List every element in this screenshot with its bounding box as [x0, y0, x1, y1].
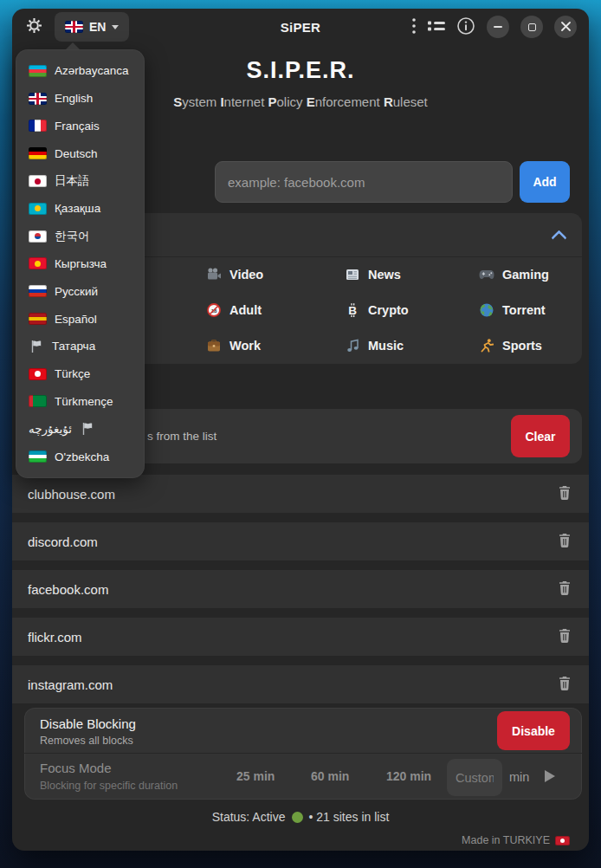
language-menu-item[interactable]: 한국어 — [16, 223, 145, 250]
category-button-crypto[interactable]: BCrypto — [345, 292, 462, 327]
language-menu-item[interactable]: 日本語 — [16, 167, 145, 195]
category-button-torrent[interactable]: Torrent — [479, 292, 582, 327]
category-label: Music — [368, 339, 404, 353]
gear-icon — [26, 17, 42, 36]
delete-site-button[interactable] — [556, 485, 573, 502]
language-label: ئۇيغۇرچە — [29, 422, 72, 436]
language-menu-item[interactable]: Татарча — [16, 333, 145, 360]
language-label: English — [55, 92, 93, 105]
focus-mode-subtitle: Blocking for specific duration — [40, 780, 178, 792]
category-button-video[interactable]: Video — [206, 256, 327, 292]
language-label: Français — [55, 120, 100, 133]
turkiye-flag-icon — [555, 836, 570, 845]
custom-duration-input[interactable] — [447, 759, 502, 796]
language-label: Azərbaycanca — [55, 64, 129, 77]
menu-button[interactable] — [411, 17, 417, 37]
clear-all-button[interactable]: Clear — [511, 415, 570, 457]
language-menu-item[interactable]: O'zbekcha — [16, 443, 145, 470]
trash-icon — [559, 629, 571, 645]
kebab-menu-icon — [411, 17, 417, 37]
site-domain: discord.com — [28, 522, 98, 560]
minimize-button[interactable] — [487, 16, 509, 38]
gamepad-icon — [479, 269, 494, 280]
music-note-icon — [345, 339, 360, 353]
disable-blocking-subtitle: Removes all blocks — [40, 735, 133, 747]
site-row: discord.com — [12, 522, 589, 560]
maximize-button[interactable] — [520, 16, 543, 38]
site-domain: clubhouse.com — [28, 475, 115, 513]
trash-icon — [559, 677, 571, 693]
sites-count-label: • 21 sites in list — [309, 810, 390, 824]
start-focus-button[interactable] — [545, 770, 555, 782]
language-menu-item[interactable]: ئۇيغۇرچە — [16, 415, 145, 443]
list-view-button[interactable] — [428, 20, 445, 35]
delete-site-button[interactable] — [556, 676, 573, 693]
status-bar: Status: Active • 21 sites in list — [12, 810, 589, 824]
delete-site-button[interactable] — [556, 628, 573, 645]
made-in-label: Made in TURKIYE — [462, 834, 550, 846]
site-domain: facebook.com — [28, 570, 108, 608]
category-label: Video — [229, 268, 263, 282]
settings-button[interactable] — [26, 17, 42, 36]
language-menu-item[interactable]: Русский — [16, 277, 145, 305]
focus-preset-button-60-min[interactable]: 60 min — [311, 769, 349, 783]
white-flag-icon — [29, 340, 44, 353]
category-label: Crypto — [368, 303, 409, 317]
add-site-button[interactable]: Add — [520, 161, 570, 203]
briefcase-icon — [206, 340, 222, 352]
germany-flag-icon — [29, 147, 47, 159]
spain-flag-icon — [29, 313, 47, 325]
category-button-sports[interactable]: Sports — [479, 328, 582, 364]
chevron-up-icon — [551, 230, 566, 245]
category-label: Torrent — [502, 303, 546, 317]
language-menu-item[interactable]: Türkçe — [16, 360, 145, 388]
disable-blocking-title: Disable Blocking — [40, 716, 136, 731]
united-kingdom-flag-icon — [65, 21, 83, 33]
close-icon — [561, 21, 571, 34]
language-label: Русский — [55, 285, 98, 298]
category-button-gaming[interactable]: Gaming — [479, 256, 582, 292]
language-menu-item[interactable]: Azərbaycanca — [16, 57, 145, 85]
siper-app-window: EN SiPER S.I.P.E.R. — [12, 9, 589, 851]
language-label: 日本語 — [55, 173, 90, 189]
language-label: Татарча — [52, 340, 95, 353]
site-url-input[interactable] — [215, 161, 513, 203]
white-flag-icon — [80, 422, 95, 436]
newspaper-icon — [345, 269, 360, 281]
language-menu-item[interactable]: Қазақша — [16, 195, 145, 223]
about-button[interactable] — [456, 16, 475, 38]
language-button[interactable]: EN — [55, 12, 129, 42]
language-menu-item[interactable]: Français — [16, 113, 145, 140]
category-button-news[interactable]: News — [345, 256, 462, 292]
focus-preset-button-120-min[interactable]: 120 min — [386, 769, 431, 783]
adult-18-icon: 18 — [206, 303, 222, 317]
divider — [24, 753, 582, 754]
bitcoin-icon: B — [345, 303, 360, 317]
language-menu-item[interactable]: English — [16, 85, 145, 113]
category-button-music[interactable]: Music — [345, 328, 462, 364]
language-menu-item[interactable]: Español — [16, 305, 145, 333]
close-button[interactable] — [554, 16, 577, 38]
site-row: flickr.com — [12, 618, 589, 656]
japan-flag-icon — [29, 175, 47, 187]
language-menu-item[interactable]: Deutsch — [16, 139, 145, 167]
delete-site-button[interactable] — [556, 533, 573, 550]
trash-icon — [559, 534, 571, 550]
language-menu-item[interactable]: Türkmençe — [16, 388, 145, 416]
united-kingdom-flag-icon — [29, 93, 47, 105]
language-menu-item[interactable]: Кыргызча — [16, 250, 145, 278]
category-label: Work — [229, 339, 261, 353]
minutes-unit-label: min — [509, 770, 529, 784]
disable-button[interactable]: Disable — [497, 711, 570, 750]
delete-site-button[interactable] — [556, 580, 573, 598]
language-label: 한국어 — [55, 229, 90, 244]
chevron-down-icon — [112, 25, 119, 29]
language-label: O'zbekcha — [55, 450, 109, 463]
france-flag-icon — [29, 120, 47, 132]
focus-mode-title: Focus Mode — [40, 761, 112, 775]
language-label: Español — [55, 313, 97, 326]
category-button-work[interactable]: Work — [206, 328, 327, 364]
category-button-adult[interactable]: 18Adult — [206, 292, 327, 327]
trash-icon — [559, 486, 571, 502]
focus-preset-button-25-min[interactable]: 25 min — [236, 769, 275, 783]
